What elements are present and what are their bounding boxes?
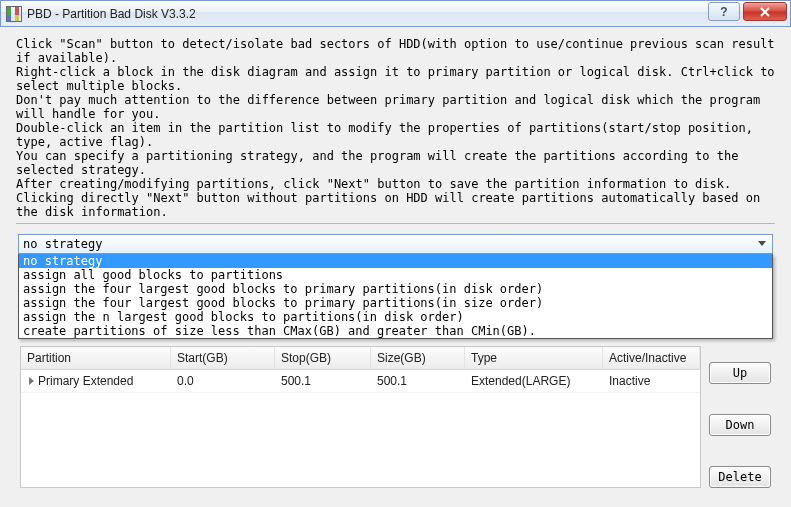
strategy-option[interactable]: assign the four largest good blocks to p… bbox=[19, 282, 772, 296]
window-title: PBD - Partition Bad Disk V3.3.2 bbox=[27, 7, 196, 21]
strategy-option[interactable]: assign the n largest good blocks to part… bbox=[19, 310, 772, 324]
down-button[interactable]: Down bbox=[709, 414, 771, 436]
strategy-option[interactable]: assign all good blocks to partitions bbox=[19, 268, 772, 282]
strategy-dropdown[interactable]: no strategy assign all good blocks to pa… bbox=[18, 254, 773, 339]
strategy-select[interactable]: no strategy bbox=[18, 234, 773, 254]
strategy-option[interactable]: create partitions of size less than CMax… bbox=[19, 324, 772, 338]
col-stop[interactable]: Stop(GB) bbox=[275, 347, 371, 369]
col-type[interactable]: Type bbox=[465, 347, 603, 369]
cell-partition: Primary Extended bbox=[38, 374, 133, 388]
partition-table[interactable]: Partition Start(GB) Stop(GB) Size(GB) Ty… bbox=[20, 346, 701, 488]
strategy-selected-value: no strategy bbox=[23, 237, 102, 251]
cell-active: Inactive bbox=[603, 370, 700, 392]
expand-icon[interactable] bbox=[29, 377, 34, 385]
cell-start: 0.0 bbox=[171, 370, 275, 392]
strategy-option[interactable]: no strategy bbox=[19, 254, 772, 268]
titlebar[interactable]: PBD - Partition Bad Disk V3.3.2 ? bbox=[0, 0, 791, 27]
up-button[interactable]: Up bbox=[709, 362, 771, 384]
col-size[interactable]: Size(GB) bbox=[371, 347, 465, 369]
table-header: Partition Start(GB) Stop(GB) Size(GB) Ty… bbox=[21, 347, 700, 370]
col-start[interactable]: Start(GB) bbox=[171, 347, 275, 369]
chevron-down-icon bbox=[758, 241, 766, 246]
divider bbox=[16, 223, 775, 224]
app-icon bbox=[6, 6, 22, 22]
col-active[interactable]: Active/Inactive bbox=[603, 347, 700, 369]
close-icon bbox=[759, 7, 771, 17]
help-button[interactable]: ? bbox=[708, 2, 740, 21]
col-partition[interactable]: Partition bbox=[21, 347, 171, 369]
table-row[interactable]: Primary Extended 0.0 500.1 500.1 Extende… bbox=[21, 370, 700, 393]
help-text: Click "Scan" button to detect/isolate ba… bbox=[16, 37, 775, 219]
cell-size: 500.1 bbox=[371, 370, 465, 392]
cell-stop: 500.1 bbox=[275, 370, 371, 392]
cell-type: Extended(LARGE) bbox=[465, 370, 603, 392]
strategy-option[interactable]: assign the four largest good blocks to p… bbox=[19, 296, 772, 310]
delete-button[interactable]: Delete bbox=[709, 466, 771, 488]
close-button[interactable] bbox=[743, 2, 787, 21]
